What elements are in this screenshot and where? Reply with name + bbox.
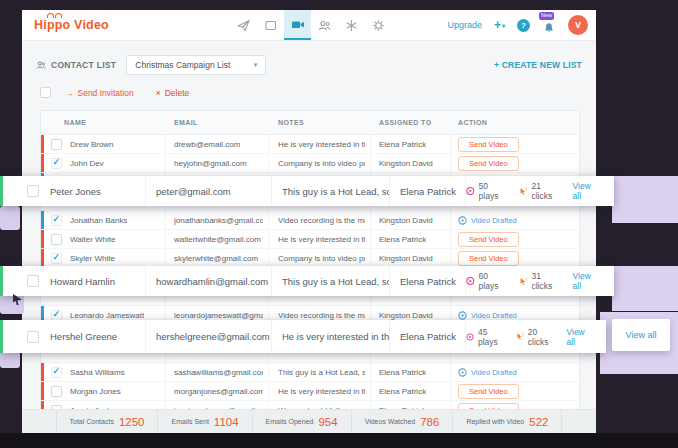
footer-stat: Emails Opened 954 — [252, 410, 351, 433]
send-invitation-button[interactable]: → Send Invitation — [65, 88, 134, 98]
contact-notes: He is very interested in the prod... — [278, 140, 365, 149]
row-checkbox[interactable] — [27, 331, 39, 343]
magnified-row-peter-jones[interactable]: Peter Jones peter@gmail.com This guy is … — [0, 176, 614, 206]
contact-email: waltertwhite@gmail.com — [174, 235, 261, 244]
contact-name: Skyler White — [70, 254, 115, 263]
stat-label: Emails Opened — [266, 418, 314, 425]
upgrade-link[interactable]: Upgrade — [447, 20, 482, 30]
row-accent-bar — [41, 154, 44, 172]
page-background: Hippo Video — [0, 0, 678, 448]
list-select-dropdown[interactable]: Christmas Campaign List ▾ — [126, 55, 266, 75]
contact-name: Morgan Jones — [70, 387, 121, 396]
contact-notes: Video recording is the mai... — [278, 216, 365, 225]
send-video-button[interactable]: Send Video — [458, 251, 519, 266]
plays-stat: 50 plays — [466, 181, 506, 201]
table-row[interactable]: Walter White waltertwhite@gmail.com He i… — [41, 230, 579, 249]
help-button[interactable]: ? — [517, 19, 530, 32]
row-accent-bar — [41, 382, 44, 400]
view-all-tooltip[interactable]: View all — [612, 319, 670, 351]
view-all-link[interactable]: View all — [573, 181, 598, 201]
contact-email: skylerwhite@gmail.com — [174, 254, 258, 263]
row-accent-bar — [41, 363, 44, 381]
plays-stat: 60 plays — [466, 271, 506, 291]
row-checkbox[interactable] — [51, 386, 62, 397]
contact-name: Jonathan Banks — [70, 216, 127, 225]
table-row[interactable]: Drew Brown drewb@email.com He is very in… — [41, 135, 579, 154]
bell-icon — [543, 22, 555, 34]
send-video-button[interactable]: Send Video — [458, 384, 519, 399]
row-checkbox[interactable] — [27, 185, 39, 197]
contact-notes: He is very interested in the prod... — [282, 331, 389, 342]
stat-value: 1250 — [119, 416, 145, 428]
row-accent-bar — [41, 135, 44, 153]
view-all-link[interactable]: View all — [566, 327, 590, 347]
close-icon: × — [156, 88, 161, 98]
assigned-to: Elena Patrick — [379, 387, 426, 396]
play-circle-icon — [458, 368, 467, 377]
contact-notes: This guy is a Hot Lead, so... — [278, 368, 365, 377]
screen-icon[interactable] — [257, 10, 284, 40]
list-bar: CONTACT LIST Christmas Campaign List ▾ +… — [36, 55, 582, 75]
video-camera-icon[interactable] — [284, 10, 311, 40]
chevron-down-icon: ▾ — [502, 22, 505, 29]
play-circle-icon — [458, 216, 467, 225]
nav-right-group: Upgrade +▾ ? New V — [447, 10, 588, 40]
table-row[interactable]: Morgan Jones morganjones@gmail.com He is… — [41, 382, 579, 401]
magnified-row-howard-hamlin[interactable]: Howard Hamlin howardhamlin@gmail.com Thi… — [0, 266, 614, 296]
decoration-lavender-block — [612, 266, 678, 311]
select-all-checkbox[interactable] — [40, 87, 51, 98]
footer-stat: Total Contacts 1250 — [56, 410, 158, 433]
row-checkbox[interactable] — [51, 253, 62, 264]
contact-email: leonardojameswatt@gmail.com — [174, 311, 263, 320]
footer-stat: Emails Sent 1104 — [157, 410, 251, 433]
create-new-list-button[interactable]: + CREATE NEW LIST — [494, 60, 582, 70]
footer-stat: Videos Watched 786 — [351, 410, 453, 433]
table-row[interactable]: Jonathan Banks jonathanbanks@gmail.com V… — [41, 211, 579, 230]
contact-name: John Dev — [70, 159, 104, 168]
background-strip — [0, 433, 678, 448]
contact-email: hershelgreene@gmail.com — [156, 331, 270, 342]
click-cursor-icon — [519, 186, 528, 197]
contact-email: peter@gmail.com — [156, 186, 231, 197]
contact-name: Leonardo Jameswatt — [70, 311, 144, 320]
stat-label: Videos Watched — [365, 418, 416, 425]
table-row[interactable]: Sasha Williams sashawilliams@gmail.com T… — [41, 363, 579, 382]
bulk-action-toolbar: → Send Invitation × Delete — [40, 87, 189, 98]
contact-email: jonathanbanks@gmail.com — [174, 216, 263, 225]
row-checkbox[interactable] — [27, 275, 39, 287]
send-video-button[interactable]: Send Video — [458, 137, 519, 152]
new-badge: New — [539, 12, 554, 20]
row-checkbox[interactable] — [51, 158, 62, 169]
plays-stat: 45 plays — [466, 327, 503, 347]
send-video-button[interactable]: Send Video — [458, 156, 519, 171]
logo-ears-icon — [47, 13, 62, 18]
decoration-lavender-block — [612, 176, 678, 223]
settings-gear-icon[interactable] — [365, 10, 392, 40]
column-header-action: ACTION — [451, 119, 579, 126]
paper-plane-icon[interactable] — [230, 10, 257, 40]
row-checkbox[interactable] — [51, 234, 62, 245]
view-all-link[interactable]: View all — [573, 271, 598, 291]
stat-label: Replied with Video — [466, 418, 524, 425]
send-video-button[interactable]: Send Video — [458, 232, 519, 247]
delete-button[interactable]: × Delete — [156, 88, 190, 98]
table-row[interactable]: John Dev heyjohn@gmail.com Company is in… — [41, 154, 579, 173]
stat-label: Emails Sent — [171, 418, 208, 425]
row-checkbox[interactable] — [51, 310, 62, 321]
column-header-email: EMAIL — [166, 119, 269, 126]
stat-value: 786 — [420, 416, 439, 428]
add-new-button[interactable]: +▾ — [494, 18, 505, 32]
notifications-bell[interactable]: New — [542, 16, 556, 34]
row-accent-bar — [41, 211, 44, 229]
row-checkbox[interactable] — [51, 215, 62, 226]
avatar[interactable]: V — [568, 15, 588, 35]
hippo-video-logo[interactable]: Hippo Video — [34, 18, 109, 32]
integrations-icon[interactable] — [338, 10, 365, 40]
row-checkbox[interactable] — [51, 139, 62, 150]
contact-email: howardhamlin@gmail.com — [156, 276, 268, 287]
assigned-to: Kingston David — [379, 216, 433, 225]
magnified-row-hershel-greene[interactable]: Hershel Greene hershelgreene@gmail.com H… — [0, 320, 606, 353]
contacts-icon[interactable] — [311, 10, 338, 40]
row-checkbox[interactable] — [51, 367, 62, 378]
contact-name: Sasha Williams — [70, 368, 125, 377]
